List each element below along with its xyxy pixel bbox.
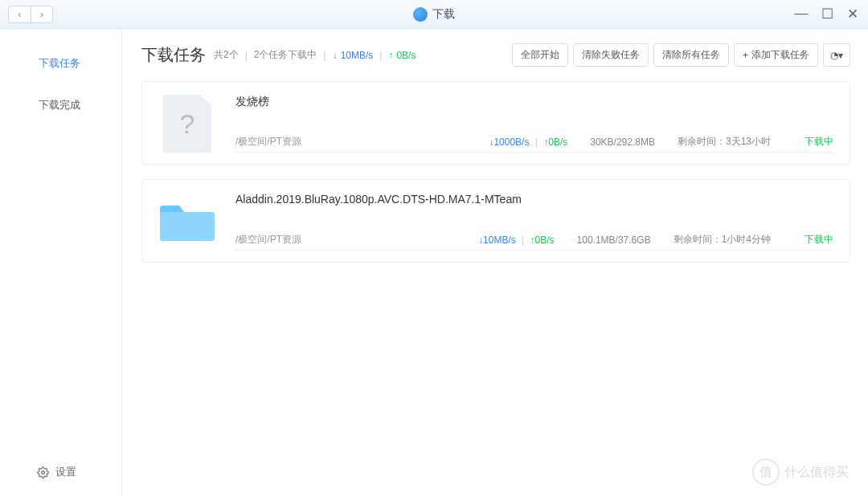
plus-icon: + [743,50,748,61]
task-eta: 剩余时间：3天13小时 [678,135,771,149]
task-status: 下载中 [805,135,833,149]
nav-arrows: ‹ › [8,6,53,23]
task-speeds: ↓1000B/s | ↑0B/s [489,136,567,148]
nav-back-button[interactable]: ‹ [8,6,31,23]
page-title: 下载任务 [141,44,206,66]
task-up-speed: 0B/s [548,136,567,148]
button-label: 清除失败任务 [582,48,640,62]
task-path: /极空间/PT资源 [235,233,301,246]
button-label: 添加下载任务 [751,48,809,62]
arrow-down-icon: ↓ [333,50,338,61]
unknown-file-icon: ? [163,95,211,153]
gauge-icon: ◔▾ [830,50,843,61]
page-header: 下载任务 共2个 | 2个任务下载中 | ↓ 10MB/s | ↑ 0B/s 全… [141,43,850,67]
task-eta: 剩余时间：1小时4分钟 [674,233,771,246]
task-total: 共2个 [214,48,239,62]
task-speeds: ↓10MB/s | ↑0B/s [478,234,555,246]
main-content: 下载任务 共2个 | 2个任务下载中 | ↓ 10MB/s | ↑ 0B/s 全… [122,29,868,497]
arrow-up-icon: ↑ [388,50,393,61]
window-title-text: 下载 [432,7,455,22]
globe-icon [413,7,428,22]
sidebar-item-completed[interactable]: 下载完成 [0,90,121,120]
global-down-speed: 10MB/s [341,50,374,61]
button-label: 全部开始 [521,48,559,62]
sidebar: 下载任务 下载完成 设置 [0,29,122,497]
chevron-left-icon: ‹ [18,8,21,20]
task-meta: /极空间/PT资源 ↓1000B/s | ↑0B/s 30KB/292.8MB … [235,135,833,153]
gear-icon [37,466,49,479]
task-path: /极空间/PT资源 [235,135,301,149]
folder-icon [158,196,216,247]
add-task-button[interactable]: + 添加下载任务 [734,43,818,67]
task-up-speed: 0B/s [535,234,555,246]
sidebar-item-settings[interactable]: 设置 [0,457,121,487]
chevron-right-icon: › [40,8,43,20]
task-row[interactable]: Aladdin.2019.BluRay.1080p.AVC.DTS-HD.MA7… [141,179,850,263]
task-size: 100.1MB/37.6GB [577,234,651,246]
task-info: 发烧榜 /极空间/PT资源 ↓1000B/s | ↑0B/s 30KB/292.… [235,95,833,153]
close-button[interactable]: ✕ [845,6,860,22]
clear-failed-button[interactable]: 清除失败任务 [573,43,649,67]
task-active: 2个任务下载中 [254,48,317,62]
sidebar-item-label: 下载完成 [39,99,80,111]
window-title: 下载 [413,7,455,22]
page-stats: 共2个 | 2个任务下载中 | ↓ 10MB/s | ↑ 0B/s [214,48,416,62]
task-name: 发烧榜 [235,95,833,109]
sidebar-item-tasks[interactable]: 下载任务 [0,48,121,79]
nav-forward-button[interactable]: › [31,6,53,23]
svg-point-0 [42,471,45,474]
task-size: 30KB/292.8MB [590,136,655,148]
titlebar: ‹ › 下载 — ☐ ✕ [0,0,868,29]
task-meta: /极空间/PT资源 ↓10MB/s | ↑0B/s 100.1MB/37.6GB… [235,233,833,251]
task-thumbnail: ? [158,95,216,153]
sidebar-item-label: 设置 [55,465,76,479]
clear-all-button[interactable]: 清除所有任务 [653,43,729,67]
sidebar-item-label: 下载任务 [39,57,80,69]
task-info: Aladdin.2019.BluRay.1080p.AVC.DTS-HD.MA7… [235,193,833,251]
task-name: Aladdin.2019.BluRay.1080p.AVC.DTS-HD.MA7… [235,193,833,206]
global-up-speed: 0B/s [396,50,416,61]
speed-limit-button[interactable]: ◔▾ [823,43,850,67]
task-down-speed: 10MB/s [483,234,516,246]
start-all-button[interactable]: 全部开始 [512,43,568,67]
task-thumbnail [158,193,216,251]
button-label: 清除所有任务 [662,48,720,62]
task-down-speed: 1000B/s [493,136,529,148]
task-row[interactable]: ? 发烧榜 /极空间/PT资源 ↓1000B/s | ↑0B/s 30KB/29… [141,81,850,165]
task-status: 下载中 [805,233,833,246]
window-controls: — ☐ ✕ [794,6,860,22]
minimize-button[interactable]: — [794,6,809,22]
maximize-button[interactable]: ☐ [820,6,834,22]
toolbar: 全部开始 清除失败任务 清除所有任务 + 添加下载任务 ◔▾ [512,43,850,67]
